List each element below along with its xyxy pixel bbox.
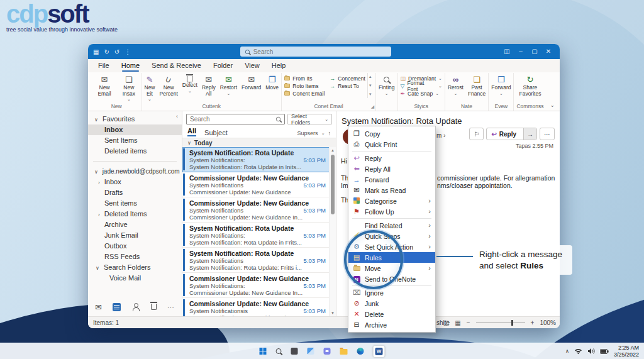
context-item-junk[interactable]: ⊘ Junk [348, 298, 435, 309]
qat-more-icon[interactable]: ⋮ [125, 48, 131, 55]
context-item-reply[interactable]: ↩ Reply [348, 153, 435, 163]
context-item-reply-all[interactable]: ⇚ Reply All [348, 163, 435, 174]
cate-snap-button[interactable]: ✒ Cate Snap ⌄ [401, 90, 442, 97]
chat-icon[interactable] [324, 348, 331, 355]
mail-search-input[interactable] [190, 116, 273, 123]
context-item-mark-as-read[interactable]: ✉ Mark as Read [348, 185, 435, 196]
context-item-categorise[interactable]: Categorise › [348, 196, 435, 206]
group-header-today[interactable]: ∨ Today [182, 138, 336, 147]
tasks-module-icon[interactable] [151, 304, 157, 310]
context-item-forward[interactable]: → Forward [348, 174, 435, 185]
sort-dropdown[interactable]: Supsers ⌄ ↑ [297, 130, 331, 136]
edge-browser-icon[interactable] [357, 348, 364, 355]
layout-icon[interactable]: ◫ [501, 45, 513, 58]
menu-send-receive[interactable]: Send & Receive [152, 60, 201, 72]
context-item-ignore[interactable]: ⌧ Ignore [348, 287, 435, 298]
sidebar-item-sent-fav[interactable]: Sent Items [88, 135, 182, 146]
people-module-icon[interactable] [131, 303, 140, 311]
more-modules-icon[interactable]: ⋯ [167, 303, 174, 311]
calendar-module-icon[interactable] [113, 303, 121, 311]
forward-button[interactable]: ✉ Forward [242, 74, 261, 91]
zoom-slider-thumb[interactable] [511, 320, 513, 326]
context-item-send-to-onenote[interactable]: N Send to OneNote [348, 273, 435, 284]
gallery-scroll[interactable]: ▲ ▼ ▼ [367, 73, 373, 98]
maximize-button[interactable]: ▢ [528, 45, 541, 58]
taskbar-search-icon[interactable] [276, 348, 282, 354]
titlebar-search-input[interactable] [253, 48, 387, 55]
list-scrollbar[interactable]: ▲ ▼ [329, 147, 336, 316]
sidebar-item-deleted-fav[interactable]: Deleted items [88, 146, 182, 157]
zoom-slider[interactable] [476, 323, 525, 323]
context-item-quick-steps[interactable]: ⚡ Quick Steps › [348, 231, 435, 241]
menu-file[interactable]: File [98, 60, 109, 72]
message-row[interactable]: Commissioner Update: New Guidance System… [182, 172, 336, 197]
sidebar-item-voice-mail[interactable]: Voice Mail [88, 273, 182, 284]
scroll-down-icon[interactable]: ▼ [330, 311, 336, 315]
conent-email-item[interactable]: Conent Email [284, 90, 325, 97]
active-app-slot[interactable]: W [374, 346, 385, 357]
message-row[interactable]: System Notification: Rota Update System … [182, 223, 336, 248]
restort-button[interactable]: ✉ Restort ⌄ [220, 74, 237, 96]
file-explorer-icon[interactable] [340, 349, 348, 355]
new-insax-button[interactable]: ❏ New Insax ⌄ [119, 74, 138, 102]
tab-subject[interactable]: Subject [204, 129, 228, 136]
tab-all[interactable]: All [187, 127, 196, 136]
clock[interactable]: 2:25 AM 3/25/2022 [614, 345, 639, 358]
zoom-out-icon[interactable]: − [467, 319, 470, 326]
sidebar-item-search-folders[interactable]: ∨ Search Folders [88, 262, 182, 273]
more-actions-button[interactable]: ⋯ [540, 128, 555, 140]
wifi-icon[interactable] [574, 348, 582, 355]
message-row[interactable]: System Notification: Rota Update System … [182, 248, 336, 273]
roto-items-item[interactable]: Roto Items [284, 82, 325, 89]
rerost-button[interactable]: ∞ Rerost ⌄ [448, 74, 464, 96]
send-receive-icon[interactable]: ↻ [104, 48, 109, 55]
ribbon-collapse-icon[interactable]: ⌄ [546, 102, 558, 111]
message-row[interactable]: Commissioner Update: New Guidance System… [182, 273, 336, 298]
zoom-in-icon[interactable]: + [531, 319, 535, 326]
sidebar-item-inbox[interactable]: › Inbox [88, 177, 182, 187]
message-row[interactable]: Commissioner Update: New Guidance System… [182, 298, 336, 316]
message-row[interactable]: Commissioner Update: New Guidance System… [182, 197, 336, 223]
account-header[interactable]: ∨ jade.newbold@cdpsoft.com [88, 166, 182, 177]
start-button-icon[interactable] [260, 348, 267, 355]
task-view-icon[interactable] [291, 348, 298, 355]
context-item-copy[interactable]: ❐ Copy [348, 128, 435, 139]
mail-search-box[interactable] [186, 114, 285, 124]
new-email-button[interactable]: ✉ New Email [94, 74, 114, 97]
widgets-icon[interactable] [308, 348, 314, 355]
from-its-item[interactable]: From Its [284, 75, 325, 82]
context-item-follow-up[interactable]: ⚑ Follow Up › [348, 206, 435, 217]
menu-home[interactable]: Home [121, 60, 140, 72]
sidebar-item-inbox-fav[interactable]: Inbox [88, 124, 182, 135]
message-row[interactable]: System Notification: Rota Update System … [182, 147, 336, 172]
context-item-move[interactable]: Move › [348, 263, 435, 273]
volume-icon[interactable] [587, 348, 595, 355]
sidebar-item-archive[interactable]: Archive [88, 219, 182, 230]
select-folders-dropdown[interactable]: Select Folders ⌄ [287, 114, 332, 124]
minimize-button[interactable]: – [514, 45, 527, 58]
scrollbar-thumb[interactable] [331, 155, 335, 214]
dialog-launcher-icon[interactable]: ◢ [371, 104, 374, 109]
sidebar-item-rss[interactable]: RSS Feeds [88, 251, 182, 262]
sidebar-item-deleted[interactable]: › Deleted Items [88, 209, 182, 219]
collapse-pane-icon[interactable]: ‹ [176, 113, 178, 119]
finting-button[interactable]: Finting ⌄ [379, 74, 395, 96]
new-eit-button[interactable]: ✎ New Eit ⌄ [145, 74, 155, 102]
close-button[interactable]: ✕ [542, 45, 555, 58]
share-favorites-button[interactable]: ↻ Share Favorites [518, 74, 542, 97]
resut-to-item[interactable]: → Resut To [330, 82, 365, 89]
sidebar-item-outbox[interactable]: Outbox [88, 241, 182, 251]
favourites-header[interactable]: ∨ Favourites [88, 114, 182, 124]
tray-expand-icon[interactable]: ∧ [565, 348, 569, 354]
context-item-delete[interactable]: ✕ Delete [348, 309, 435, 319]
layout-view-icon[interactable]: ▦ [455, 319, 460, 326]
reply-split-button[interactable]: ↩Reply → [486, 128, 537, 140]
move-button[interactable]: ❐ Move [265, 74, 279, 91]
scroll-up-icon[interactable]: ▲ [330, 148, 336, 152]
sidebar-item-junk[interactable]: Junk Email [88, 230, 182, 241]
concement-item[interactable]: → Concement [330, 75, 365, 82]
context-item-set-quick-action[interactable]: ⚙ Set Quick Action › [348, 241, 435, 252]
context-item-find-related[interactable]: Find Related › [348, 220, 435, 231]
delect-button[interactable]: Delect ⌄ [182, 74, 197, 93]
menu-view[interactable]: View [245, 60, 260, 72]
